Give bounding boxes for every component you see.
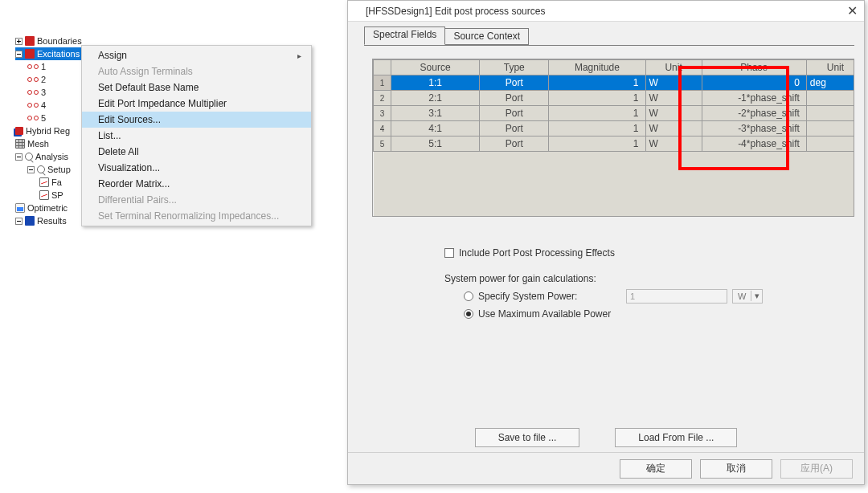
cell-phase[interactable]: -4*phase_shift xyxy=(702,136,806,152)
col-magnitude[interactable]: Magnitude xyxy=(549,60,645,75)
col-unit[interactable]: Unit xyxy=(645,60,702,75)
col-type[interactable]: Type xyxy=(480,60,549,75)
table-row[interactable]: 44:1Port1W-3*phase_shift xyxy=(374,121,855,136)
col-unit2[interactable]: Unit xyxy=(806,60,854,75)
load-from-file-button[interactable]: Load From File ... xyxy=(615,428,737,447)
setup-icon xyxy=(37,165,45,173)
cell-type[interactable]: Port xyxy=(480,75,549,91)
row-header[interactable]: 2 xyxy=(374,91,391,106)
cell-magnitude[interactable]: 1 xyxy=(549,75,645,91)
row-header[interactable]: 1 xyxy=(374,75,391,91)
tree-hybrid[interactable]: Hybrid Reg xyxy=(15,124,88,137)
use-max-power-label: Use Maximum Available Power xyxy=(478,308,611,320)
tree-mesh[interactable]: Mesh xyxy=(15,137,88,150)
collapse-icon[interactable] xyxy=(15,218,23,225)
specify-power-label: Specify System Power: xyxy=(478,291,621,302)
tree-excitation-1[interactable]: 1 xyxy=(15,60,88,73)
cell-phase[interactable]: 0 xyxy=(702,75,806,91)
ok-button[interactable]: 确定 xyxy=(620,459,692,479)
cell-phase[interactable]: -1*phase_shift xyxy=(702,91,806,106)
cell-type[interactable]: Port xyxy=(480,106,549,121)
cell-source[interactable]: 1:1 xyxy=(391,75,480,91)
tab-source-context[interactable]: Source Context xyxy=(445,28,529,45)
row-header[interactable]: 3 xyxy=(374,106,391,121)
menu-reorder-matrix[interactable]: Reorder Matrix... xyxy=(82,176,311,192)
cell-unit2[interactable] xyxy=(806,136,854,152)
menu-assign[interactable]: Assign xyxy=(82,47,311,63)
sources-table[interactable]: Source Type Magnitude Unit Phase Unit 11… xyxy=(372,59,854,217)
save-to-file-button[interactable]: Save to file ... xyxy=(475,428,580,447)
cell-phase[interactable]: -3*phase_shift xyxy=(702,121,806,136)
cell-unit[interactable]: W xyxy=(645,106,702,121)
cell-magnitude[interactable]: 1 xyxy=(549,106,645,121)
cell-source[interactable]: 3:1 xyxy=(391,106,480,121)
collapse-icon[interactable] xyxy=(15,153,23,161)
tree-excitation-2[interactable]: 2 xyxy=(15,73,88,86)
cell-magnitude[interactable]: 1 xyxy=(549,121,645,136)
hybrid-icon xyxy=(15,127,23,135)
tree-analysis[interactable]: Analysis xyxy=(15,150,88,163)
port-icon xyxy=(27,116,39,120)
menu-visualization[interactable]: Visualization... xyxy=(82,160,311,176)
table-row[interactable]: 33:1Port1W-2*phase_shift xyxy=(374,106,855,121)
close-icon[interactable]: ✕ xyxy=(847,3,858,18)
tree-setup[interactable]: Setup xyxy=(15,163,88,176)
tree-fa[interactable]: Fa xyxy=(15,176,88,189)
menu-delete-all[interactable]: Delete All xyxy=(82,144,311,160)
cell-source[interactable]: 5:1 xyxy=(391,136,480,152)
tree-excitation-3[interactable]: 3 xyxy=(15,86,88,99)
graph-icon xyxy=(39,177,49,187)
cell-unit2[interactable] xyxy=(806,121,854,136)
cell-source[interactable]: 2:1 xyxy=(391,91,480,106)
tree-excitation-4[interactable]: 4 xyxy=(15,99,88,112)
menu-edit-port-impedance-multiplier[interactable]: Edit Port Impedance Multiplier xyxy=(82,96,311,112)
menu-list[interactable]: List... xyxy=(82,128,311,144)
table-row[interactable]: 55:1Port1W-4*phase_shift xyxy=(374,136,855,152)
specify-power-unit-select: W▾ xyxy=(732,289,763,304)
tree-results[interactable]: Results xyxy=(15,214,88,227)
cell-unit2[interactable] xyxy=(806,106,854,121)
row-header[interactable]: 5 xyxy=(374,136,391,152)
port-icon xyxy=(27,103,39,108)
tree-excitations[interactable]: Excitations xyxy=(15,47,88,60)
row-header[interactable]: 4 xyxy=(374,121,391,136)
menu-set-default-base-name[interactable]: Set Default Base Name xyxy=(82,79,311,96)
tree-optimetrics[interactable]: Optimetric xyxy=(15,202,88,214)
collapse-icon[interactable] xyxy=(15,51,23,58)
cell-magnitude[interactable]: 1 xyxy=(549,136,645,152)
include-effects-checkbox[interactable]: Include Port Post Processing Effects xyxy=(444,247,854,259)
cell-magnitude[interactable]: 1 xyxy=(549,91,645,106)
cell-unit[interactable]: W xyxy=(645,121,702,136)
menu-differential-pairs: Differential Pairs... xyxy=(82,192,311,208)
cell-unit2[interactable] xyxy=(806,91,854,106)
cell-unit[interactable]: W xyxy=(645,136,702,152)
tree-label: Optimetric xyxy=(27,202,68,214)
tab-spectral-fields[interactable]: Spectral Fields xyxy=(364,26,445,45)
cell-unit2[interactable]: deg xyxy=(806,75,854,91)
tree-boundaries[interactable]: Boundaries xyxy=(15,35,88,47)
tree-excitation-5[interactable]: 5 xyxy=(15,112,88,124)
port-icon xyxy=(27,77,39,82)
collapse-icon[interactable] xyxy=(27,166,35,173)
col-phase[interactable]: Phase xyxy=(702,60,806,75)
radio-use-max-power[interactable] xyxy=(464,309,473,319)
tree-label: Mesh xyxy=(27,137,49,150)
tree-label: 5 xyxy=(41,112,46,124)
cell-phase[interactable]: -2*phase_shift xyxy=(702,106,806,121)
tree-label: 2 xyxy=(41,73,46,86)
menu-edit-sources[interactable]: Edit Sources... xyxy=(82,112,311,128)
tree-sp[interactable]: SP xyxy=(15,189,88,202)
cell-unit[interactable]: W xyxy=(645,75,702,91)
table-row[interactable]: 22:1Port1W-1*phase_shift xyxy=(374,91,855,106)
col-source[interactable]: Source xyxy=(391,60,480,75)
cell-type[interactable]: Port xyxy=(480,121,549,136)
radio-specify-power[interactable] xyxy=(464,291,473,301)
cell-type[interactable]: Port xyxy=(480,91,549,106)
cell-source[interactable]: 4:1 xyxy=(391,121,480,136)
cell-unit[interactable]: W xyxy=(645,91,702,106)
expand-icon[interactable] xyxy=(15,38,23,45)
cancel-button[interactable]: 取消 xyxy=(700,459,772,479)
checkbox-icon[interactable] xyxy=(444,248,454,258)
cell-type[interactable]: Port xyxy=(480,136,549,152)
table-row[interactable]: 11:1Port1W0deg xyxy=(374,75,855,91)
